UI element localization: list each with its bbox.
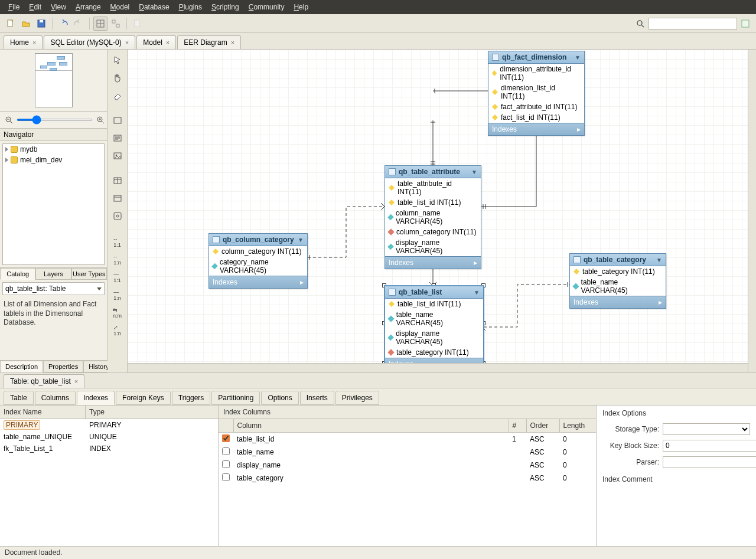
index-column-row[interactable]: table_categoryASC0 — [219, 472, 596, 485]
open-file-icon[interactable] — [19, 17, 33, 31]
entity-qb_fact_dimension[interactable]: qb_fact_dimension▼dimension_attribute_id… — [488, 51, 585, 136]
menu-plugins[interactable]: Plugins — [174, 2, 207, 12]
entity-header[interactable]: qb_fact_dimension▼ — [488, 51, 584, 64]
new-file-icon[interactable] — [4, 17, 18, 31]
entity-column[interactable]: display_name VARCHAR(45) — [385, 237, 481, 256]
grid-toggle-icon[interactable] — [93, 17, 107, 31]
relation-1n-id-icon[interactable]: —1:n — [110, 288, 125, 302]
layer-tool-icon[interactable] — [110, 113, 125, 128]
chevron-down-icon[interactable]: ▼ — [575, 54, 581, 61]
undo-icon[interactable] — [56, 17, 70, 31]
expand-icon[interactable] — [5, 158, 8, 162]
entity-indexes-bar[interactable]: Indexes▸ — [488, 123, 584, 135]
eraser-tool-icon[interactable] — [110, 89, 125, 103]
index-row[interactable]: table_name_UNIQUEUNIQUE — [0, 431, 218, 443]
search-input[interactable] — [649, 18, 737, 30]
close-icon[interactable]: × — [125, 39, 129, 46]
index-column-checkbox[interactable] — [222, 460, 230, 468]
menu-view[interactable]: View — [46, 2, 71, 12]
entity-indexes-bar[interactable]: Indexes▸ — [385, 256, 481, 269]
sidebar-tab-properties[interactable]: Properties — [43, 361, 83, 372]
entity-column[interactable]: column_category INT(11) — [385, 227, 481, 237]
zoom-in-icon[interactable] — [95, 113, 106, 127]
entity-header[interactable]: qb_table_attribute▼ — [385, 166, 481, 178]
close-icon[interactable]: × — [32, 39, 36, 46]
entity-header[interactable]: qb_table_category▼ — [570, 254, 666, 266]
entity-column[interactable]: table_category INT(11) — [385, 347, 483, 358]
index-column-row[interactable]: display_nameASC0 — [219, 459, 596, 472]
index-list[interactable]: Index Name Type PRIMARYPRIMARYtable_name… — [0, 406, 219, 546]
col-column[interactable]: Column — [233, 419, 509, 433]
col-length[interactable]: Length — [559, 419, 596, 433]
menu-arrange[interactable]: Arrange — [71, 2, 106, 12]
entity-column[interactable]: table_name VARCHAR(45) — [385, 309, 483, 328]
chevron-down-icon[interactable]: ▼ — [471, 169, 477, 175]
entity-column[interactable]: category_name VARCHAR(45) — [209, 257, 307, 276]
subtab-inserts[interactable]: Inserts — [300, 391, 334, 405]
sidebar-tab-user-types[interactable]: User Types — [71, 268, 107, 280]
tab-sql-editor[interactable]: SQL Editor (MySQL-0)× — [44, 35, 135, 49]
subtab-triggers[interactable]: Triggers — [172, 391, 211, 405]
close-icon[interactable]: × — [74, 378, 78, 385]
entity-column[interactable]: table_category INT(11) — [570, 266, 666, 277]
entity-qb_table_attribute[interactable]: qb_table_attribute▼table_attribute_id IN… — [384, 165, 481, 269]
index-row[interactable]: fk_Table_List_1INDEX — [0, 443, 218, 455]
save-icon[interactable] — [34, 17, 48, 31]
routine-tool-icon[interactable] — [110, 209, 125, 223]
subtab-table[interactable]: Table — [4, 391, 34, 405]
index-column-checkbox[interactable] — [222, 447, 230, 455]
image-tool-icon[interactable] — [110, 149, 125, 163]
pointer-tool-icon[interactable] — [110, 53, 125, 67]
subtab-indexes[interactable]: Indexes — [77, 391, 115, 405]
index-column-row[interactable]: table_nameASC0 — [219, 446, 596, 459]
col-index-type[interactable]: Type — [86, 406, 218, 419]
entity-column[interactable]: dimension_list_id INT(11) — [488, 83, 584, 102]
entity-qb_table_category[interactable]: qb_table_category▼table_category INT(11)… — [569, 253, 666, 309]
navigator-thumbnail[interactable] — [0, 50, 107, 111]
entity-qb_column_category[interactable]: qb_column_category▼column_category INT(1… — [208, 233, 308, 289]
index-column-row[interactable]: table_list_id1ASC0 — [219, 433, 596, 446]
sidebar-tab-catalog[interactable]: Catalog — [0, 268, 35, 280]
entity-column[interactable]: column_category INT(11) — [209, 246, 307, 257]
chevron-down-icon[interactable]: ▼ — [656, 257, 662, 263]
relation-11-id-icon[interactable]: —1:1 — [110, 270, 125, 285]
entity-header[interactable]: qb_column_category▼ — [209, 234, 307, 246]
menu-model[interactable]: Model — [106, 2, 135, 12]
storage-type-select[interactable] — [663, 423, 750, 435]
search-options-icon[interactable] — [738, 17, 752, 31]
schema-item[interactable]: mydb — [3, 144, 104, 155]
chevron-down-icon[interactable]: ▼ — [474, 289, 480, 296]
expand-icon[interactable] — [5, 147, 8, 152]
entity-column[interactable]: table_list_id INT(11) — [385, 197, 481, 208]
entity-header[interactable]: qb_table_list▼ — [385, 286, 483, 299]
menu-edit[interactable]: Edit — [24, 2, 46, 12]
subtab-foreign-keys[interactable]: Foreign Keys — [116, 391, 171, 405]
redo-icon[interactable] — [71, 17, 86, 31]
zoom-out-icon[interactable] — [4, 113, 14, 127]
col-order[interactable]: Order — [526, 419, 559, 433]
relation-nm-icon[interactable]: ⇆n:m — [110, 306, 125, 320]
table-editor-tab[interactable]: Table: qb_table_list× — [4, 374, 84, 388]
schema-item[interactable]: mei_dim_dev — [3, 155, 104, 165]
zoom-slider[interactable] — [17, 119, 93, 121]
index-row[interactable]: PRIMARYPRIMARY — [0, 419, 218, 431]
chevron-down-icon[interactable]: ▼ — [298, 237, 304, 243]
subtab-privileges[interactable]: Privileges — [335, 391, 379, 405]
entity-column[interactable]: fact_list_id INT(11) — [488, 112, 584, 123]
menu-file[interactable]: File — [4, 2, 24, 12]
page-icon[interactable] — [131, 17, 145, 31]
menu-database[interactable]: Database — [134, 2, 174, 12]
relation-11-nonid-icon[interactable]: --1:1 — [110, 235, 125, 249]
entity-indexes-bar[interactable]: Indexes▸ — [385, 358, 483, 363]
entity-column[interactable]: table_name VARCHAR(45) — [570, 277, 666, 296]
close-icon[interactable]: × — [231, 39, 234, 46]
object-selector[interactable]: qb_table_list: Table — [2, 282, 105, 295]
diagram-canvas[interactable]: qb_fact_dimension▼dimension_attribute_id… — [128, 50, 748, 363]
hand-tool-icon[interactable] — [110, 71, 125, 85]
snap-icon[interactable] — [109, 17, 123, 31]
sidebar-tab-layers[interactable]: Layers — [35, 268, 71, 280]
table-tool-icon[interactable] — [110, 174, 125, 188]
tab-home[interactable]: Home× — [4, 35, 43, 49]
index-column-checkbox[interactable] — [222, 434, 230, 442]
entity-qb_table_list[interactable]: qb_table_list▼table_list_id INT(11)table… — [384, 286, 484, 363]
